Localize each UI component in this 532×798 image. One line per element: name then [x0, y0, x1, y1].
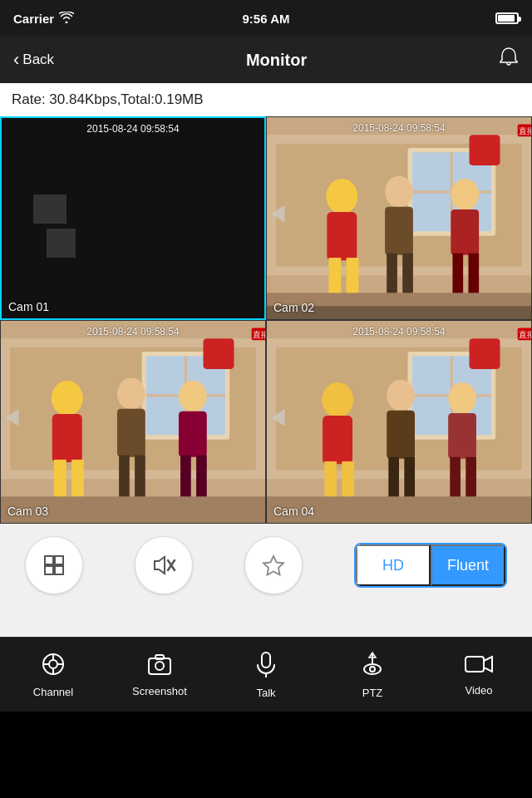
svg-point-9: [326, 179, 357, 214]
svg-rect-40: [119, 456, 130, 500]
svg-point-88: [155, 662, 164, 670]
svg-marker-80: [264, 556, 283, 575]
screenshot-icon: [147, 653, 172, 682]
svg-rect-65: [404, 457, 415, 500]
svg-rect-74: [55, 556, 63, 564]
status-time: 9:56 AM: [243, 12, 290, 26]
talk-icon: [255, 651, 277, 683]
ptz-icon: [359, 651, 386, 683]
svg-rect-76: [55, 566, 63, 574]
video-label: Video: [465, 684, 492, 697]
svg-point-17: [451, 179, 479, 210]
svg-rect-75: [45, 566, 53, 574]
cam04-timestamp: 2015-08-24 09:58:54: [352, 326, 445, 337]
svg-rect-14: [385, 207, 413, 255]
svg-rect-73: [45, 556, 53, 564]
svg-rect-90: [262, 653, 270, 667]
carrier-label: Carrier: [13, 12, 54, 26]
svg-rect-59: [323, 416, 352, 464]
ptz-label: PTZ: [362, 687, 383, 699]
svg-rect-96: [466, 657, 484, 672]
cam03-cell[interactable]: 2015-08-24 09:58:54: [0, 320, 266, 524]
svg-point-82: [49, 660, 57, 668]
svg-rect-68: [450, 457, 461, 500]
svg-point-34: [52, 381, 83, 416]
mute-button[interactable]: [135, 536, 193, 594]
svg-rect-45: [196, 456, 207, 498]
svg-text:直播: 直播: [519, 330, 531, 339]
screenshot-label: Screenshot: [132, 685, 187, 697]
quality-toggle: HD Fluent: [354, 543, 507, 588]
cam01-cell[interactable]: 2015-08-24 09:58:54 Cam 01: [0, 116, 266, 320]
svg-rect-10: [327, 212, 357, 260]
nav-item-channel[interactable]: Channel: [0, 652, 106, 698]
svg-rect-15: [387, 254, 397, 298]
svg-rect-64: [388, 457, 399, 500]
svg-rect-56: [470, 338, 500, 369]
cam04-cell[interactable]: 2015-08-24 09:58:54: [266, 320, 532, 524]
wifi-icon: [59, 12, 74, 26]
cam03-label: Cam 03: [7, 505, 48, 518]
cam02-cell[interactable]: 2015-08-24 09:58:54: [266, 116, 532, 320]
status-bar: Carrier 9:56 AM: [0, 0, 532, 37]
nav-item-ptz[interactable]: PTZ: [319, 651, 426, 699]
svg-rect-87: [149, 658, 170, 674]
battery-icon: [495, 12, 519, 24]
rate-text: Rate: 30.84Kbps,Total:0.19MB: [12, 91, 204, 107]
back-chevron-icon: ‹: [13, 49, 19, 71]
svg-point-66: [448, 382, 476, 414]
favorite-button[interactable]: [244, 536, 303, 594]
svg-rect-67: [448, 413, 476, 459]
fluent-button[interactable]: Fluent: [431, 544, 505, 586]
svg-rect-69: [466, 457, 476, 500]
svg-rect-44: [180, 456, 191, 498]
nav-item-talk[interactable]: Talk: [213, 651, 319, 699]
hd-button[interactable]: HD: [356, 544, 431, 586]
back-label: Back: [22, 52, 54, 68]
nav-item-screenshot[interactable]: Screenshot: [106, 653, 213, 697]
svg-point-92: [364, 664, 381, 674]
svg-rect-35: [52, 414, 82, 462]
svg-rect-19: [452, 254, 463, 296]
svg-rect-41: [135, 456, 145, 500]
svg-point-42: [179, 381, 207, 412]
nav-item-video[interactable]: Video: [426, 653, 532, 697]
svg-point-13: [385, 176, 413, 208]
svg-rect-43: [179, 411, 207, 457]
camera-grid: 2015-08-24 09:58:54 Cam 01 2015-08-24 09…: [0, 116, 532, 524]
cam03-timestamp: 2015-08-24 09:58:54: [86, 326, 179, 337]
svg-rect-16: [402, 254, 413, 298]
svg-rect-63: [387, 411, 415, 459]
cam01-timestamp: 2015-08-24 09:58:54: [86, 123, 179, 135]
channel-icon: [41, 652, 66, 682]
svg-text:直播: 直播: [253, 330, 265, 339]
svg-rect-18: [451, 209, 479, 255]
svg-marker-97: [484, 657, 492, 672]
svg-point-94: [370, 667, 375, 672]
cam01-label: Cam 01: [8, 300, 49, 313]
svg-rect-39: [117, 409, 145, 457]
svg-point-58: [322, 382, 353, 417]
bell-icon[interactable]: [499, 47, 519, 73]
svg-point-38: [117, 378, 145, 410]
talk-label: Talk: [256, 687, 275, 699]
channel-label: Channel: [33, 686, 73, 698]
bottom-nav: Channel Screenshot Talk: [0, 637, 532, 712]
nav-bar: ‹ Back Monitor: [0, 37, 532, 83]
rate-bar: Rate: 30.84Kbps,Total:0.19MB: [0, 83, 532, 116]
svg-rect-32: [204, 338, 234, 369]
layout-button[interactable]: [25, 536, 83, 594]
svg-point-62: [387, 380, 415, 411]
svg-text:直播: 直播: [519, 126, 531, 135]
svg-rect-20: [468, 254, 479, 296]
page-title: Monitor: [246, 51, 307, 70]
svg-rect-7: [470, 135, 500, 165]
svg-rect-89: [155, 655, 164, 659]
controls-bar: HD Fluent: [0, 524, 532, 607]
cam02-timestamp: 2015-08-24 09:58:54: [352, 122, 445, 134]
cam02-label: Cam 02: [273, 301, 314, 314]
spacer: [0, 607, 532, 637]
video-icon: [464, 653, 494, 681]
back-button[interactable]: ‹ Back: [13, 49, 54, 71]
svg-marker-77: [155, 557, 165, 574]
